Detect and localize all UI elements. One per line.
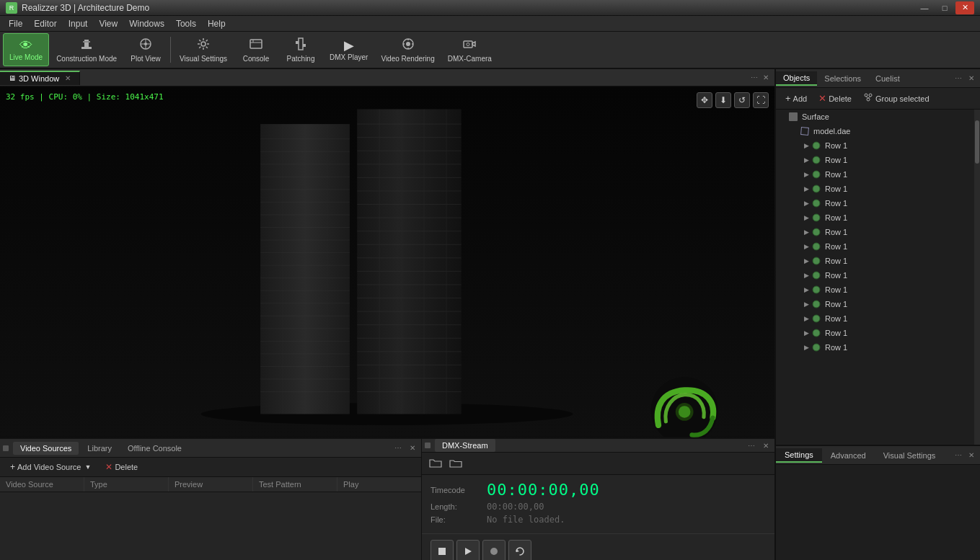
viewport-reset-btn[interactable]: ⬇ [715,92,731,108]
tab-video-sources[interactable]: Video Sources [13,442,79,455]
delete-object-button[interactable]: ✕ Delete [815,92,855,105]
viewport-tab-close[interactable]: ✕ [65,74,71,82]
viewport-expand-btn[interactable]: ⋯ [749,72,760,84]
viewport-tab-3d[interactable]: 🖥 3D Window ✕ [0,71,80,85]
console-button[interactable]: Console [234,33,278,66]
add-video-source-button[interactable]: + Add Video Source ▼ [6,461,95,474]
expand-surface[interactable] [779,112,787,121]
tree-item-row-8[interactable]: ▶ Row 1 [776,254,980,268]
svg-rect-11 [299,38,303,50]
dmx-folder-btn[interactable] [448,455,464,471]
tree-item-row-9[interactable]: ▶ Row 1 [776,268,980,283]
expand-row-0[interactable]: ▶ [802,141,811,150]
menu-tools[interactable]: Tools [170,17,202,30]
3d-viewport[interactable]: 32 fps | CPU: 0% | Size: 1041x471 ✥ ⬇ ↺ … [0,86,774,437]
settings-close-btn[interactable]: ✕ [966,450,977,461]
svg-point-104 [813,329,820,337]
tree-item-model[interactable]: model.dae [776,124,980,138]
settings-pin-btn[interactable]: ⋯ [953,450,964,461]
tree-item-row-4[interactable]: ▶ Row 1 [776,196,980,210]
tree-item-row-6[interactable]: ▶ Row 1 [776,225,980,239]
dmx-play-button[interactable] [456,540,480,560]
tab-settings[interactable]: Settings [776,448,822,463]
add-dropdown-icon[interactable]: ▼ [85,463,92,471]
tree-item-row-10[interactable]: ▶ Row 1 [776,283,980,297]
video-sources-toolbar: + Add Video Source ▼ ✕ Delete [0,458,421,477]
tab-visual-settings[interactable]: Visual Settings [875,449,945,462]
video-sources-pin-btn[interactable]: ⋯ [392,443,404,454]
plot-view-button[interactable]: Plot View [124,33,167,66]
row-label-0: Row 1 [825,141,847,150]
tree-item-row-7[interactable]: ▶ Row 1 [776,239,980,254]
dmx-close-btn[interactable]: ✕ [760,440,772,451]
close-button[interactable]: ✕ [955,1,974,14]
dmx-camera-button[interactable]: DMX-Camera [442,33,498,66]
objects-close-btn[interactable]: ✕ [966,73,977,84]
tab-objects[interactable]: Objects [776,71,817,86]
live-mode-button[interactable]: 👁 Live Mode [3,33,49,66]
menu-input[interactable]: Input [63,17,94,30]
surface-label: Surface [802,112,829,121]
tab-dmx-stream[interactable]: DMX-Stream [435,439,495,452]
svg-rect-81 [438,548,446,555]
tab-selections[interactable]: Selections [817,72,868,85]
menu-file[interactable]: File [3,17,28,30]
model-label: model.dae [813,127,850,135]
dmx-player-button[interactable]: ▶ DMX Player [324,33,374,66]
svg-point-94 [813,185,820,192]
svg-point-85 [869,94,872,97]
dmx-folder-open-btn[interactable] [428,455,443,471]
add-object-button[interactable]: + Add [782,92,811,105]
tree-item-row-12[interactable]: ▶ Row 1 [776,311,980,326]
dmx-record-button[interactable] [482,540,506,560]
construction-mode-icon [79,37,94,53]
fixture-icon-1 [811,154,822,166]
group-selected-button[interactable]: Group selected [860,91,933,106]
svg-point-6 [144,43,147,45]
dmx-pin-btn[interactable]: ⋯ [746,440,757,451]
tree-item-row-0[interactable]: ▶ Row 1 [776,138,980,153]
dmx-refresh-button[interactable] [508,540,531,560]
tree-item-row-2[interactable]: ▶ Row 1 [776,167,980,182]
tab-offline-console[interactable]: Offline Console [120,442,189,455]
minimize-button[interactable]: — [915,1,934,14]
dmx-player-icon: ▶ [344,39,354,52]
tree-item-row-13[interactable]: ▶ Row 1 [776,326,980,340]
dmx-player-label: DMX Player [330,53,368,61]
tree-item-row-1[interactable]: ▶ Row 1 [776,153,980,167]
tree-item-surface[interactable]: Surface [776,110,980,124]
video-sources-close-btn[interactable]: ✕ [407,443,418,454]
patching-button[interactable]: Patching [279,33,322,66]
video-rendering-button[interactable]: Video Rendering [375,33,440,66]
objects-pin-btn[interactable]: ⋯ [953,73,964,84]
play-icon [464,547,472,556]
viewport-move-btn[interactable]: ✥ [697,92,712,108]
row-label-7: Row 1 [825,242,847,251]
delete-video-source-button[interactable]: ✕ Delete [101,461,142,474]
tree-item-row-11[interactable]: ▶ Row 1 [776,297,980,311]
viewport-fullscreen-btn[interactable]: ⛶ [753,92,769,108]
tree-item-row-14[interactable]: ▶ Row 1 [776,340,980,355]
menu-windows[interactable]: Windows [123,17,170,30]
tab-library[interactable]: Library [80,442,119,455]
viewport-refresh-btn[interactable]: ↺ [734,92,750,108]
dmx-stop-button[interactable] [431,540,454,560]
viewport-area: 🖥 3D Window ✕ ⋯ ✕ 32 fps | CPU: 0% | Siz… [0,69,774,437]
maximize-button[interactable]: □ [935,1,954,14]
tab-cuelist[interactable]: Cuelist [868,72,907,85]
menu-help[interactable]: Help [202,17,231,30]
tree-scrollbar-thumb[interactable] [975,120,979,164]
tab-advanced[interactable]: Advanced [822,449,875,462]
svg-point-21 [412,43,413,45]
tree-item-row-3[interactable]: ▶ Row 1 [776,182,980,196]
tree-item-row-5[interactable]: ▶ Row 1 [776,210,980,225]
svg-point-18 [407,39,409,40]
menu-editor[interactable]: Editor [28,17,62,30]
visual-settings-button[interactable]: Visual Settings [174,33,233,66]
menu-view[interactable]: View [93,17,123,30]
expand-model[interactable] [790,127,799,135]
tree-scrollbar-track[interactable] [974,110,980,445]
construction-mode-button[interactable]: Construction Mode [50,33,123,66]
viewport-close-btn[interactable]: ✕ [760,72,772,84]
col-type: Type [84,477,169,492]
